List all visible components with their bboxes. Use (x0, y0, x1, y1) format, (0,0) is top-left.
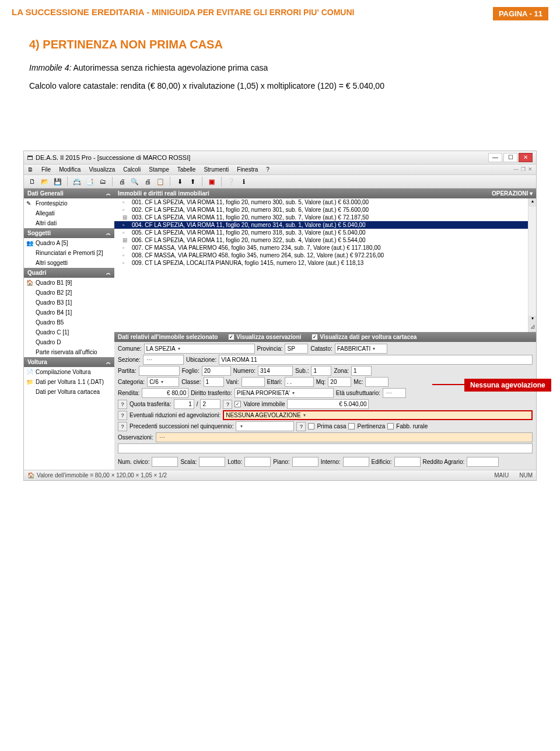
eta-field[interactable] (383, 388, 406, 398)
list-scrollbar[interactable]: ▴ (528, 198, 536, 268)
tool-icon-1[interactable]: 📇 (72, 177, 82, 186)
list-scrollbar-continued[interactable]: ▾ ◿ (528, 268, 536, 332)
maximize-button[interactable]: ☐ (503, 153, 517, 162)
menu-finestra[interactable]: Finestra (237, 166, 258, 173)
chk-visualizza-osservazioni[interactable]: ✓Visualizza osservazioni (228, 334, 301, 340)
sidebar-item-d[interactable]: Quadro D (24, 337, 114, 347)
sidebar-item-altri-soggetti[interactable]: Altri soggetti (24, 258, 114, 268)
numero-field[interactable]: 314 (258, 366, 293, 376)
edificio-field[interactable] (394, 457, 421, 467)
menu-stampe[interactable]: Stampe (149, 166, 169, 173)
info-icon[interactable]: ℹ (239, 177, 249, 186)
menu-tabelle[interactable]: Tabelle (177, 166, 196, 173)
print-icon[interactable]: 🖨 (117, 177, 127, 186)
sidebar-item-quadro-a[interactable]: 👥Quadro A [5] (24, 238, 114, 248)
scroll-up-icon[interactable]: ▴ (528, 198, 536, 207)
tree-expand-icon[interactable]: ⊞ (123, 214, 127, 221)
list-row[interactable]: ▫008. CF MASSA, VIA PALERMO 458, foglio … (114, 252, 536, 259)
menu-calcoli[interactable]: Calcoli (123, 166, 141, 173)
up-icon[interactable]: ⬆ (188, 177, 197, 186)
open-icon[interactable]: 📂 (40, 177, 50, 186)
preview-icon[interactable]: 🔍 (130, 177, 139, 186)
tool-icon-2[interactable]: 📑 (85, 177, 94, 186)
valore-field[interactable]: € 5.040,00 (287, 399, 369, 409)
chk-fabb-rurale[interactable] (387, 423, 394, 429)
pdf-icon[interactable]: ▣ (207, 177, 216, 186)
chk-visualizza-voltura[interactable]: ✓Visualizza dati per voltura cartacea (312, 334, 416, 340)
ubicazione-field[interactable]: VIA ROMA 11 (219, 355, 533, 365)
piano-field[interactable] (292, 457, 318, 467)
sub-field[interactable]: 1 (311, 366, 331, 376)
side-group-voltura[interactable]: Voltura︽ (24, 357, 114, 367)
prec-field[interactable] (236, 421, 294, 431)
sidebar-item-altri-dati[interactable]: Altri dati (24, 218, 114, 228)
chk-pertinenza[interactable] (348, 423, 355, 429)
categoria-field[interactable]: C/6 (147, 377, 179, 387)
close-button[interactable]: ✕ (519, 153, 533, 162)
menu-help[interactable]: ? (266, 166, 270, 173)
comune-field[interactable]: LA SPEZIA (144, 344, 255, 354)
catasto-field[interactable]: FABBRICATI (335, 344, 387, 354)
sidebar-item-c1[interactable]: Quadro C [1] (24, 327, 114, 337)
provincia-field[interactable]: SP (285, 344, 308, 354)
sidebar-item-voltura-cartacea[interactable]: Dati per Voltura cartacea (24, 387, 114, 397)
copy-icon[interactable]: 📋 (156, 177, 165, 186)
ettari-field[interactable]: . . (285, 377, 314, 387)
sidebar-item-b1[interactable]: 🏠Quadro B1 [9] (24, 278, 114, 288)
classe-field[interactable]: 1 (204, 377, 224, 387)
list-row[interactable]: ▫009. CT LA SPEZIA, LOCALITA PIANURA, fo… (114, 259, 536, 267)
menu-modifica[interactable]: Modifica (59, 166, 80, 173)
list-row-selected[interactable]: ▫004. CF LA SPEZIA, VIA ROMA 11, foglio … (114, 221, 536, 229)
extra-field-1[interactable] (118, 443, 533, 453)
menu-visualizza[interactable]: Visualizza (89, 166, 115, 173)
quota-den-field[interactable]: 2 (200, 399, 220, 409)
sidebar-item-allegati[interactable]: Allegati (24, 208, 114, 218)
chk-prima-casa[interactable] (308, 423, 314, 429)
print2-icon[interactable]: 🖨 (143, 177, 152, 186)
sidebar-item-b5[interactable]: Quadro B5 (24, 317, 114, 327)
scala-field[interactable] (199, 457, 225, 467)
list-row[interactable]: ▫002. CF LA SPEZIA, VIA ROMA 11, foglio … (114, 206, 536, 214)
agevolazioni-field[interactable]: NESSUNA AGEVOLAZIONE (223, 410, 533, 420)
reddito-field[interactable] (467, 457, 499, 467)
sidebar-item-parte-ufficio[interactable]: Parte riservata all'ufficio (24, 347, 114, 357)
list-row[interactable]: ▫007. CF MASSA, VIA PALERMO 456, foglio … (114, 244, 536, 252)
partita-field[interactable] (139, 366, 180, 376)
child-restore[interactable]: ❐ (521, 166, 526, 173)
tree-expand-icon[interactable]: ⊞ (123, 237, 127, 243)
list-row[interactable]: ▫001. CF LA SPEZIA, VIA ROMA 11, foglio … (114, 198, 536, 206)
scroll-down-icon[interactable]: ▾ (528, 316, 536, 324)
numcivico-field[interactable] (152, 457, 178, 467)
mq-field[interactable]: 20 (328, 377, 351, 387)
new-doc-icon[interactable]: 🗋 (27, 177, 37, 186)
chk-valore-immobile[interactable]: ✓ (235, 401, 241, 407)
sidebar-item-comp-voltura[interactable]: 📄Compilazione Voltura (24, 367, 114, 377)
osservazioni-field[interactable] (156, 432, 533, 442)
help-prima-casa-icon[interactable]: ? (296, 422, 306, 431)
help-agev-icon[interactable]: ? (118, 411, 127, 420)
sidebar-item-rinunciatari[interactable]: Rinunciatari e Premorti [2] (24, 248, 114, 258)
sidebar-item-voltura-dat[interactable]: 📁Dati per Voltura 1.1 (.DAT) (24, 377, 114, 387)
help-icon[interactable]: ❔ (226, 177, 236, 186)
vani-field[interactable] (242, 377, 265, 387)
list-row[interactable]: ⊞003. CF LA SPEZIA, VIA ROMA 11, foglio … (114, 214, 536, 221)
down-icon[interactable]: ⬇ (175, 177, 184, 186)
save-icon[interactable]: 💾 (53, 177, 62, 186)
zona-field[interactable]: 1 (351, 366, 372, 376)
quota-num-field[interactable]: 1 (174, 399, 194, 409)
list-row[interactable]: ▫005. CF LA SPEZIA, VIA ROMA 11, foglio … (114, 229, 536, 236)
diritto-field[interactable]: PIENA PROPRIETA' (235, 388, 334, 398)
tool-icon-3[interactable]: 🗂 (98, 177, 107, 186)
lotto-field[interactable] (244, 457, 271, 467)
help-valore-icon[interactable]: ? (223, 400, 232, 409)
help-quota-icon[interactable]: ? (118, 400, 127, 409)
side-group-soggetti[interactable]: Soggetti︽ (24, 228, 114, 238)
side-group-dati-generali[interactable]: Dati Generali︽ (24, 188, 114, 198)
side-group-quadri[interactable]: Quadri︽ (24, 268, 114, 278)
sidebar-item-b4[interactable]: Quadro B4 [1] (24, 308, 114, 317)
child-close[interactable]: ✕ (528, 166, 533, 173)
mc-field[interactable] (365, 377, 388, 387)
list-row[interactable]: ⊞006. CF LA SPEZIA, VIA ROMA 11, foglio … (114, 236, 536, 244)
minimize-button[interactable]: — (488, 153, 502, 162)
sidebar-item-b2[interactable]: Quadro B2 [2] (24, 288, 114, 298)
